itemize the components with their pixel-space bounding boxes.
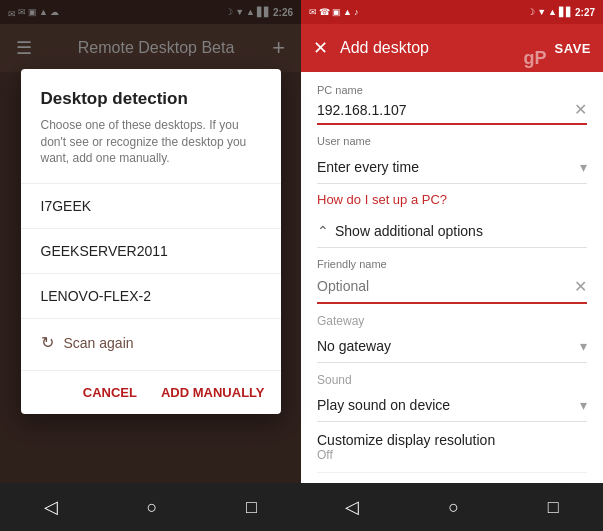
desktop-item-1[interactable]: I7GEEK [21, 183, 281, 228]
right-signal-icon: ▼ [537, 7, 546, 17]
home-nav-icon[interactable]: ○ [147, 497, 158, 518]
gateway-dropdown[interactable]: No gateway ▾ [317, 330, 587, 363]
desktop-item-3[interactable]: LENOVO-FLEX-2 [21, 273, 281, 318]
desktop-detection-dialog: Desktop detection Choose one of these de… [21, 69, 281, 414]
close-button[interactable]: ✕ [313, 37, 328, 59]
gateway-value: No gateway [317, 338, 391, 354]
sound-label: Sound [317, 373, 587, 387]
customize-title: Customize display resolution [317, 432, 587, 448]
swap-mouse-row: Swap mouse buttons [317, 473, 587, 483]
scan-again-item[interactable]: ↻ Scan again [21, 318, 281, 366]
right-status-icons: ✉ ☎ ▣ ▲ ♪ [309, 7, 358, 17]
right-pic-icon: ▣ [332, 7, 341, 17]
right-home-nav-icon[interactable]: ○ [448, 497, 459, 518]
right-music-icon: ♪ [354, 7, 359, 17]
user-name-value: Enter every time [317, 159, 419, 175]
right-msg-icon: ✉ [309, 7, 317, 17]
right-wifi-icon: ▲ [548, 7, 557, 17]
right-alert-icon: ▲ [343, 7, 352, 17]
save-button[interactable]: SAVE [555, 41, 591, 56]
sound-dropdown[interactable]: Play sound on device ▾ [317, 389, 587, 422]
user-name-label: User name [317, 135, 587, 147]
dialog-description: Choose one of these desktops. If you don… [21, 117, 281, 183]
chevron-up-icon: ⌃ [317, 223, 329, 239]
additional-options-row[interactable]: ⌃ Show additional options [317, 223, 587, 239]
customize-resolution-row[interactable]: Customize display resolution Off [317, 422, 587, 473]
recents-nav-icon[interactable]: □ [246, 497, 257, 518]
left-panel: ✉ ▣ ▲ ☁ ☽ ▼ ▲ ▋▋ 2:26 ☰ Remote Desktop B… [0, 0, 301, 531]
friendly-name-input[interactable] [317, 274, 574, 298]
pc-name-clear-icon[interactable]: ✕ [574, 100, 587, 119]
right-app-title: Add desktop [340, 39, 555, 57]
customize-sub: Off [317, 448, 587, 462]
gp-watermark: gP [524, 48, 547, 69]
pc-name-row: ✕ [317, 100, 587, 125]
dialog-title: Desktop detection [21, 89, 281, 117]
desktop-item-2[interactable]: GEEKSERVER2011 [21, 228, 281, 273]
right-top-bar: ✕ Add desktop gP SAVE [301, 24, 603, 72]
dialog-overlay: Desktop detection Choose one of these de… [0, 0, 301, 483]
additional-options-label: Show additional options [335, 223, 483, 239]
divider-1 [317, 247, 587, 248]
right-battery-icon: ▋▋ [559, 7, 573, 17]
pc-name-label: PC name [317, 84, 587, 96]
dialog-actions: CANCEL ADD MANUALLY [21, 370, 281, 414]
friendly-name-clear-icon[interactable]: ✕ [574, 277, 587, 296]
right-time: 2:27 [575, 7, 595, 18]
gateway-dropdown-arrow: ▾ [580, 338, 587, 354]
setup-link[interactable]: How do I set up a PC? [317, 192, 447, 207]
friendly-name-row: ✕ [317, 274, 587, 304]
add-manually-button[interactable]: ADD MANUALLY [157, 379, 269, 406]
pc-name-input[interactable] [317, 102, 574, 118]
friendly-name-label: Friendly name [317, 258, 587, 270]
right-bottom-nav: ◁ ○ □ [301, 483, 603, 531]
right-back-nav-icon[interactable]: ◁ [345, 496, 359, 518]
right-form: PC name ✕ User name Enter every time ▾ H… [301, 72, 603, 483]
left-bottom-nav: ◁ ○ □ [0, 483, 301, 531]
gateway-label: Gateway [317, 314, 587, 328]
user-name-dropdown[interactable]: Enter every time ▾ [317, 151, 587, 184]
cancel-button[interactable]: CANCEL [79, 379, 141, 406]
right-phone-icon: ☎ [319, 7, 330, 17]
right-recents-nav-icon[interactable]: □ [548, 497, 559, 518]
scan-again-label: Scan again [64, 335, 134, 351]
right-panel: ✉ ☎ ▣ ▲ ♪ ☽ ▼ ▲ ▋▋ 2:27 ✕ Add desktop gP… [301, 0, 603, 531]
back-nav-icon[interactable]: ◁ [44, 496, 58, 518]
scan-refresh-icon: ↻ [41, 333, 54, 352]
sound-value: Play sound on device [317, 397, 450, 413]
user-name-dropdown-arrow: ▾ [580, 159, 587, 175]
right-status-right: ☽ ▼ ▲ ▋▋ 2:27 [527, 7, 595, 18]
sound-dropdown-arrow: ▾ [580, 397, 587, 413]
right-moon-icon: ☽ [527, 7, 535, 17]
right-status-bar: ✉ ☎ ▣ ▲ ♪ ☽ ▼ ▲ ▋▋ 2:27 [301, 0, 603, 24]
